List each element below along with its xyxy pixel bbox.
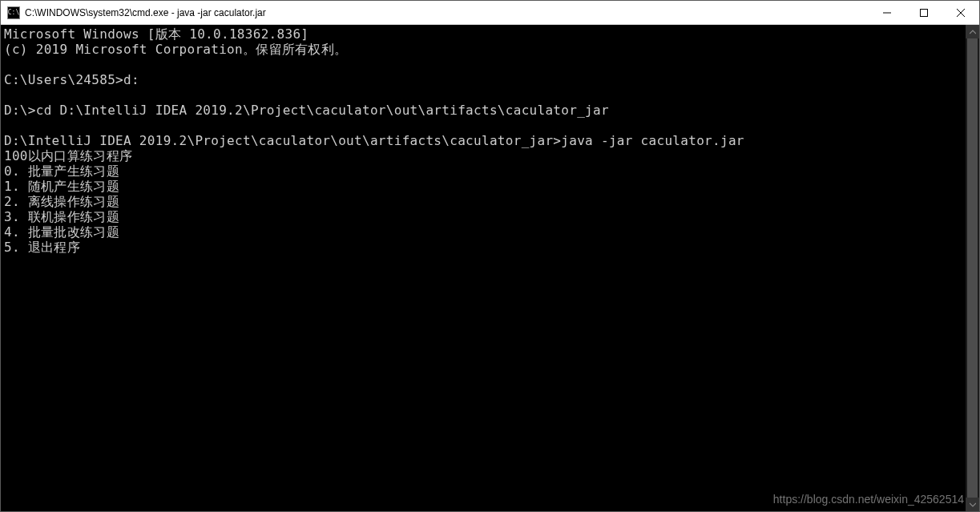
cmd-icon: C:\ <box>7 6 20 19</box>
cmd-window: C:\ C:\WINDOWS\system32\cmd.exe - java -… <box>0 0 980 512</box>
svg-rect-1 <box>921 9 928 16</box>
minimize-button[interactable] <box>869 1 905 24</box>
close-button[interactable] <box>942 1 979 24</box>
minimize-icon <box>883 9 891 17</box>
maximize-button[interactable] <box>905 1 942 24</box>
terminal-output: Microsoft Windows [版本 10.0.18362.836] (c… <box>4 26 965 255</box>
scroll-thumb[interactable] <box>967 38 978 498</box>
watermark-text: https://blog.csdn.net/weixin_42562514 <box>773 493 964 506</box>
scroll-up-button[interactable] <box>966 25 979 38</box>
terminal-viewport[interactable]: Microsoft Windows [版本 10.0.18362.836] (c… <box>1 25 979 511</box>
window-title: C:\WINDOWS\system32\cmd.exe - java -jar … <box>25 7 869 18</box>
window-controls <box>869 1 979 24</box>
scroll-track[interactable] <box>966 38 979 498</box>
chevron-down-icon <box>970 502 976 508</box>
scroll-down-button[interactable] <box>966 498 979 511</box>
maximize-icon <box>920 9 928 17</box>
titlebar[interactable]: C:\ C:\WINDOWS\system32\cmd.exe - java -… <box>1 1 979 25</box>
chevron-up-icon <box>970 29 976 35</box>
close-icon <box>957 9 965 17</box>
vertical-scrollbar[interactable] <box>966 25 979 511</box>
